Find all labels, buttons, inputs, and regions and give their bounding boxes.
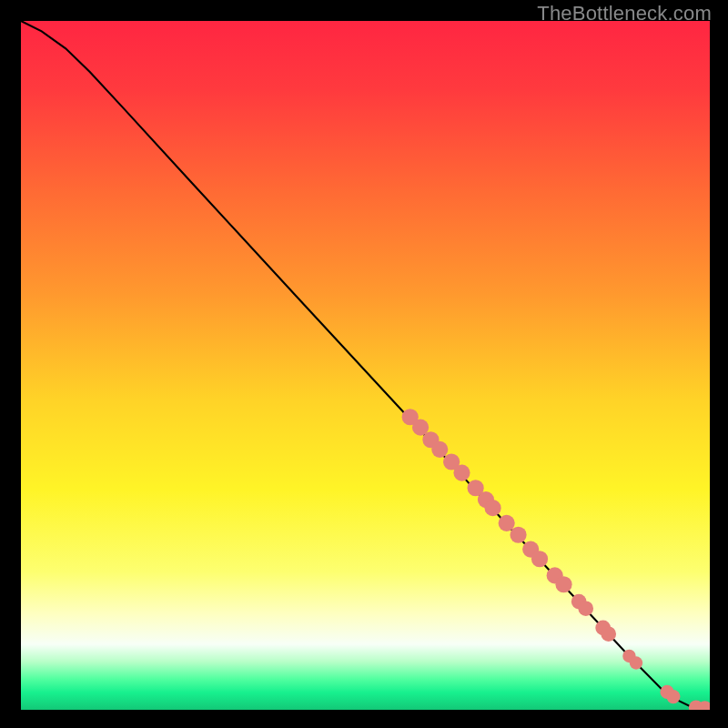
bottleneck-curve [21, 21, 710, 708]
data-marker [601, 626, 616, 642]
data-marker [666, 690, 680, 703]
chart-overlay [21, 21, 710, 710]
plot-area [21, 21, 710, 710]
chart-stage: TheBottleneck.com [0, 0, 728, 728]
data-marker [453, 465, 470, 481]
data-marker [510, 527, 526, 543]
data-marker [531, 551, 548, 567]
data-marker [484, 500, 500, 516]
data-marker [499, 515, 515, 531]
data-marker [431, 441, 448, 458]
marker-group [402, 409, 710, 710]
data-marker [578, 601, 593, 616]
data-marker [630, 656, 642, 669]
data-marker [555, 576, 571, 592]
